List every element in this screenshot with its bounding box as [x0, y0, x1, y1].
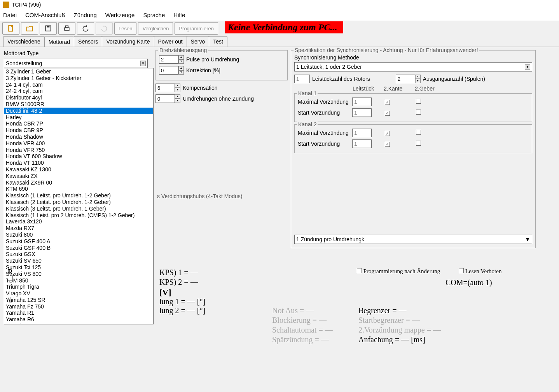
list-item[interactable]: Suzuki GSF 400 B: [4, 245, 153, 251]
k1-start-2geber-checkbox[interactable]: [416, 110, 421, 115]
list-item[interactable]: Suzuki VS 800: [4, 271, 153, 277]
list-item[interactable]: Klassisch (1 Leist. pro 2 Umdreh. (CMPS)…: [4, 212, 153, 219]
list-item[interactable]: Suzuki GSX: [4, 251, 153, 258]
k1-start-input[interactable]: [352, 108, 372, 117]
list-item[interactable]: Yamaha XT600E: [4, 323, 153, 324]
k1-start-2kante-checkbox[interactable]: ✓: [385, 111, 390, 116]
list-item[interactable]: KTM 690: [4, 186, 153, 192]
umdr-input[interactable]: [155, 94, 175, 103]
sync-method-select[interactable]: 1 Leitstück, 1 oder 2 Geber ▼: [294, 62, 532, 71]
list-item[interactable]: Kawasaki ZX: [4, 173, 153, 179]
list-item[interactable]: Virago XV: [4, 290, 153, 297]
k1-max-input[interactable]: [352, 98, 372, 106]
list-item[interactable]: Honda Shadow: [4, 134, 153, 140]
list-item[interactable]: Yamaha R6: [4, 316, 153, 323]
tab-powerout[interactable]: Power out: [154, 36, 187, 47]
ausgang-spinner[interactable]: ▲▼: [396, 75, 421, 83]
list-item[interactable]: Laverda 3x120: [4, 218, 153, 225]
list-item[interactable]: Harley: [4, 114, 153, 121]
k2-start-2kante-checkbox[interactable]: ✓: [385, 142, 390, 147]
list-item[interactable]: 3 Zylinder 1 Geber: [4, 68, 153, 75]
list-item[interactable]: Mazda RX7: [4, 225, 153, 232]
save-button[interactable]: [40, 22, 57, 35]
list-item[interactable]: 24-2 4 cyl, cam: [4, 88, 153, 94]
lesen-checkbox[interactable]: [459, 268, 464, 273]
list-item[interactable]: Honda VT 1100: [4, 160, 153, 166]
prog-checkbox[interactable]: [357, 268, 362, 273]
list-item[interactable]: Suzuki Tci 125: [4, 264, 153, 271]
zundung-select[interactable]: 1 Zündung pro Umdrehungk ▼: [294, 235, 532, 244]
list-item[interactable]: Kawasaki ZX9R 00: [4, 179, 153, 186]
list-item[interactable]: Klassisch (3 Leitst. pro Umdreh. 1 Geber…: [4, 206, 153, 212]
k2-max-2kante-checkbox[interactable]: ✓: [385, 131, 390, 136]
list-item[interactable]: 24-1 4 cyl, cam: [4, 82, 153, 88]
list-item[interactable]: 3 Zylinder 1 Geber - Kickstarter: [4, 75, 153, 82]
komp-input[interactable]: [155, 84, 175, 92]
list-item[interactable]: Distributor 4cyl: [4, 94, 153, 101]
toolbar: Lesen Vergleichen Programmieren Keine Ve…: [0, 21, 559, 36]
k2-start-input[interactable]: [352, 139, 372, 148]
k2-max-2geber-checkbox[interactable]: [416, 130, 421, 135]
list-item[interactable]: Suzuki 800: [4, 232, 153, 238]
menu-sprache[interactable]: Sprache: [143, 12, 165, 18]
korr-input[interactable]: [159, 66, 178, 75]
mottorad-type-combo[interactable]: Sonderstellung ▼: [4, 59, 148, 68]
list-item[interactable]: Honda CBR 9P: [4, 127, 153, 134]
menu-hilfe[interactable]: Hilfe: [173, 12, 185, 18]
t-label: T: [8, 294, 14, 305]
k2-max-input[interactable]: [352, 129, 372, 137]
print-button[interactable]: [58, 22, 75, 35]
list-item[interactable]: Klassisch (1 Leitst. pro Umdreh. 1-2 Geb…: [4, 192, 153, 199]
korr-spinner[interactable]: ▲▼: [159, 66, 184, 75]
tab-sensors[interactable]: Sensors: [74, 36, 102, 47]
list-item[interactable]: Honda VT 600 Shadow: [4, 153, 153, 160]
list-item[interactable]: Yamaha R1: [4, 310, 153, 316]
redo-button[interactable]: [96, 22, 113, 35]
tab-test[interactable]: Test: [209, 36, 227, 47]
tab-mottorad[interactable]: Mottorad: [44, 37, 74, 47]
menu-werkzeuge[interactable]: Werkzeuge: [105, 12, 135, 18]
pulse-input[interactable]: [159, 55, 178, 64]
tab-servo[interactable]: Servo: [187, 36, 210, 47]
block-text: Blockierung = —: [272, 316, 327, 325]
pulse-spinner[interactable]: ▲▼: [159, 55, 184, 64]
tab-vorzundung[interactable]: Vorzündung Karte: [102, 36, 154, 47]
connection-alert: Keine Verbindung zum PC...: [225, 21, 343, 33]
menu-datei[interactable]: Datei: [3, 12, 17, 18]
list-item[interactable]: Honda VFR 750: [4, 147, 153, 153]
open-button[interactable]: [21, 22, 38, 35]
vergleichen-button[interactable]: Vergleichen: [138, 22, 173, 35]
tab-verschiedene[interactable]: Verschiedene: [3, 36, 45, 47]
list-item[interactable]: TDM 850: [4, 277, 153, 284]
lesen-button[interactable]: Lesen: [114, 22, 136, 35]
list-item[interactable]: Ducati ini. 48-2: [4, 108, 153, 114]
vorz2-text: 2.Vorzündung mappe = —: [358, 326, 441, 335]
ausgang-input[interactable]: [396, 75, 415, 83]
rotor-input[interactable]: [294, 75, 310, 83]
list-item[interactable]: Triumph Tigra: [4, 284, 153, 290]
list-item[interactable]: Honda VFR 400: [4, 140, 153, 147]
k1-max-2geber-checkbox[interactable]: [416, 99, 421, 104]
list-item[interactable]: BMW S1000RR: [4, 101, 153, 108]
undo-button[interactable]: [77, 22, 94, 35]
menu-com[interactable]: COM-Anschluß: [25, 12, 65, 18]
list-item[interactable]: Yamaha 125 SR: [4, 297, 153, 303]
type-listbox[interactable]: 3 Zylinder 1 Geber3 Zylinder 1 Geber - K…: [4, 68, 154, 324]
menu-zundung[interactable]: Zündung: [74, 12, 97, 18]
list-item[interactable]: Klassisch (2 Leitst. pro Umdreh. 1-2 Geb…: [4, 199, 153, 206]
list-item[interactable]: Honda CBR 7P: [4, 120, 153, 127]
komp-spinner[interactable]: ▲▼: [155, 84, 180, 92]
umdr-spinner[interactable]: ▲▼: [155, 94, 180, 103]
k1-max-2kante-checkbox[interactable]: ✓: [385, 100, 390, 105]
programmieren-button[interactable]: Programmieren: [175, 22, 218, 35]
list-item[interactable]: Suzuki GSF 400 A: [4, 238, 153, 245]
new-button[interactable]: [2, 22, 19, 35]
svg-rect-3: [65, 28, 69, 30]
sync-method-label: Synchronisierung Methode: [294, 54, 532, 61]
list-item[interactable]: Suzuki SV 650: [4, 258, 153, 264]
list-item[interactable]: Yamaha Fz 750: [4, 303, 153, 310]
r-checkbox[interactable]: [8, 276, 13, 281]
list-item[interactable]: Kawasaki KZ 1300: [4, 166, 153, 173]
hdr-2kante: 2.Kante: [384, 85, 415, 92]
k2-start-2geber-checkbox[interactable]: [416, 141, 421, 146]
